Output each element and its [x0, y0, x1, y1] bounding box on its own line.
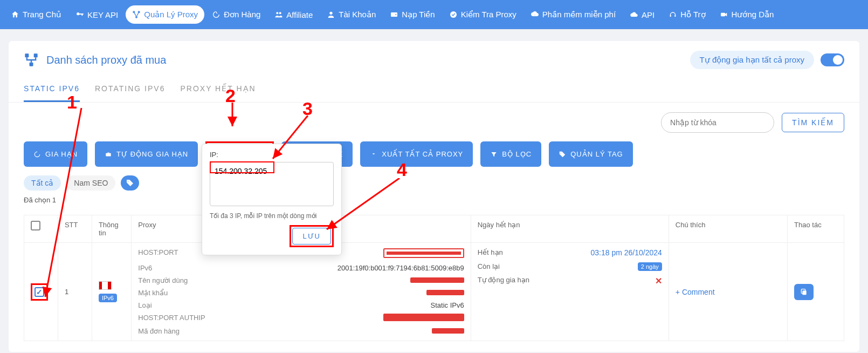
nav-account-label: Tài Khoản — [339, 10, 376, 19]
filter-button[interactable]: BỘ LỌC — [480, 141, 541, 167]
annotation-arrow-2 — [224, 103, 246, 135]
svg-point-4 — [279, 12, 281, 14]
search-input[interactable] — [661, 112, 774, 133]
annotation-1: 1 — [67, 92, 77, 113]
export-all-button[interactable]: XUẤT TẤT CẢ PROXY — [360, 141, 473, 167]
auto-renew-row-label: Tự động gia hạn — [478, 276, 542, 286]
svg-point-5 — [330, 12, 333, 15]
check-circle-icon — [449, 10, 458, 19]
tab-expired[interactable]: PROXY HẾT HẠN — [180, 79, 256, 102]
close-icon[interactable]: ✕ — [655, 276, 662, 286]
annotation-3: 3 — [302, 98, 313, 119]
user-icon — [327, 10, 335, 19]
expired-label: Hết hạn — [478, 248, 542, 257]
tab-rotating-ipv6[interactable]: ROTATING IPV6 — [95, 79, 166, 102]
filter-icon — [490, 151, 498, 158]
svg-rect-9 — [721, 13, 725, 17]
cloud-icon — [630, 10, 638, 19]
svg-point-8 — [450, 11, 457, 18]
toolbar-area: TÌM KIẾM GIA HẠN TỰ ĐỘNG GIA HẠN AUTH IP… — [9, 103, 859, 215]
nav-software-label: Phần mềm miễn phí — [542, 10, 616, 19]
type-value: Static IPv6 — [230, 301, 464, 309]
page-title: Danh sách proxy đã mua — [46, 54, 166, 66]
redacted-value — [410, 277, 464, 283]
ipv6-label: IPv6 — [138, 264, 224, 272]
nav-api-label: API — [642, 10, 655, 19]
remain-label: Còn lại — [478, 262, 542, 270]
tag-icon — [126, 179, 134, 187]
nav-check-proxy[interactable]: Kiểm Tra Proxy — [443, 5, 523, 24]
page-header: Danh sách proxy đã mua Tự động gia hạn t… — [9, 41, 859, 69]
th-expire: Ngày hết hạn — [471, 215, 669, 243]
headset-icon — [669, 10, 677, 19]
video-icon — [720, 10, 728, 19]
annotation-2: 2 — [225, 85, 236, 106]
redacted-value — [432, 328, 464, 334]
svg-point-2 — [135, 16, 137, 18]
ipv6-badge: IPv6 — [99, 294, 117, 302]
nav-api[interactable]: API — [623, 6, 661, 24]
nav-support[interactable]: Hỗ Trợ — [662, 5, 712, 24]
tag-row: Tất cả Nam SEO — [24, 175, 844, 191]
proxy-table: STT Thông tin Proxy Ngày hết hạn Chú thí… — [24, 215, 844, 341]
key-icon — [75, 10, 84, 19]
svg-rect-13 — [106, 153, 111, 156]
selected-count: Đã chọn 1 — [24, 196, 844, 204]
svg-line-18 — [327, 178, 399, 229]
ipv6-value: 2001:19f0:b001:f9:7194:6b81:5009:e8b9 — [230, 264, 464, 272]
nav-affiliate-label: Affiliate — [286, 10, 313, 19]
nav-free-software[interactable]: Phần mềm miễn phí — [524, 5, 622, 24]
copy-button[interactable] — [794, 284, 814, 300]
th-note: Chú thích — [669, 215, 787, 243]
nav-proxy-manage[interactable]: Quản Lý Proxy — [126, 5, 204, 24]
flag-canada-icon — [99, 281, 112, 290]
table-row: 1 IPv6 HOST:PORT IPv6 2001:19f0:b001:f9:… — [24, 243, 844, 341]
svg-point-3 — [277, 12, 279, 14]
nav-support-label: Hỗ Trợ — [680, 10, 705, 19]
expired-value: 03:18 pm 26/10/2024 — [542, 248, 662, 257]
users-icon — [274, 10, 283, 19]
search-button[interactable]: TÌM KIẾM — [782, 113, 844, 132]
tag-manage-icon[interactable] — [121, 175, 139, 191]
nav-topup[interactable]: Nạp Tiền — [383, 5, 441, 24]
order-label: Mã đơn hàng — [138, 327, 224, 335]
auto-renew-all-toggle[interactable] — [821, 53, 844, 66]
briefcase-icon — [105, 151, 112, 158]
th-action: Thao tác — [788, 215, 844, 243]
nav-orders[interactable]: Đơn Hàng — [205, 5, 267, 24]
popup-hint: Tối đa 3 IP, mỗi IP trên một dòng mới — [210, 212, 334, 220]
nav-proxy-label: Quản Lý Proxy — [144, 10, 198, 19]
nav-account[interactable]: Tài Khoản — [320, 5, 382, 24]
svg-rect-19 — [802, 290, 806, 295]
manage-tag-button[interactable]: QUẢN LÝ TAG — [549, 141, 633, 167]
tag-icon — [559, 151, 566, 158]
manage-tag-label: QUẢN LÝ TAG — [570, 150, 623, 158]
th-info: Thông tin — [92, 215, 131, 243]
remain-badge: 2 ngày — [638, 262, 662, 271]
home-icon — [11, 10, 19, 19]
annotation-arrow-1 — [30, 108, 95, 313]
nav-check-label: Kiểm Tra Proxy — [461, 10, 516, 19]
tabs: STATIC IPV6 ROTATING IPV6 PROXY HẾT HẠN — [9, 69, 859, 103]
wallet-icon — [390, 10, 398, 19]
nav-key-label: KEY API — [87, 10, 118, 19]
nav-guide[interactable]: Hướng Dẫn — [713, 5, 781, 24]
redacted-value — [383, 248, 464, 258]
annotation-arrow-3 — [262, 116, 316, 169]
nav-home[interactable]: Trang Chủ — [4, 5, 68, 24]
authip-label: HOST:PORT AUTHIP — [138, 314, 224, 323]
nav-home-label: Trang Chủ — [23, 10, 61, 19]
auto-renew-button[interactable]: TỰ ĐỘNG GIA HẠN — [95, 141, 198, 167]
cloud-download-icon — [531, 10, 539, 19]
nav-affiliate[interactable]: Affiliate — [268, 6, 319, 24]
redacted-value — [426, 290, 464, 295]
history-icon — [212, 10, 221, 19]
svg-line-15 — [45, 108, 81, 297]
filter-label: BỘ LỌC — [502, 150, 532, 158]
network-icon — [24, 52, 39, 67]
type-label: Loại — [138, 301, 224, 309]
nav-key-api[interactable]: KEY API — [69, 6, 125, 24]
add-comment-link[interactable]: Comment — [676, 288, 715, 296]
export-all-label: XUẤT TẤT CẢ PROXY — [382, 150, 463, 158]
download-icon — [370, 151, 377, 158]
